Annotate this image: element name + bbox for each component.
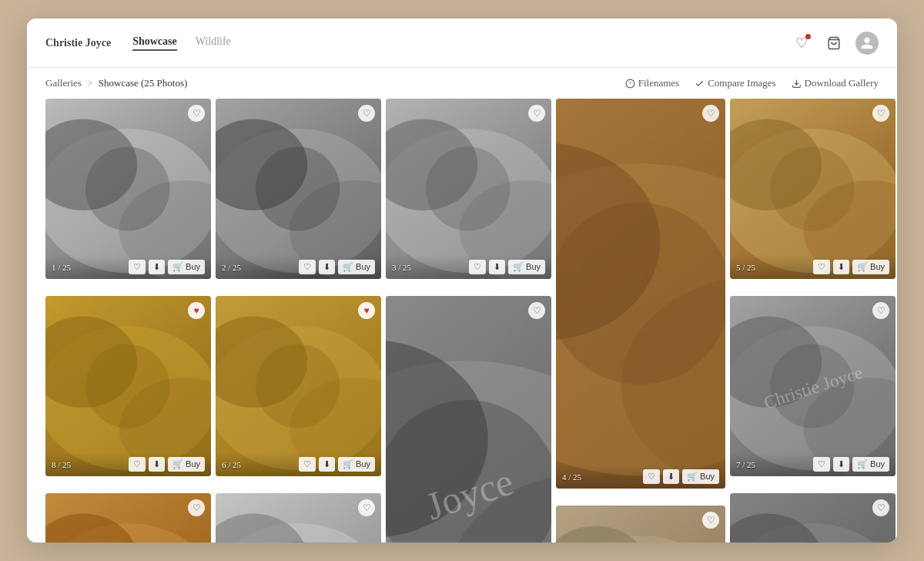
photo-number: 2 / 25 xyxy=(222,263,241,272)
favorite-action-button[interactable]: ♡ xyxy=(129,260,146,274)
photo-number: 3 / 25 xyxy=(392,263,411,272)
photo-actions: ♡ ⬇ 🛒 Buy xyxy=(299,457,375,472)
photo-card[interactable]: ♡ 3 / 25 ♡ ⬇ 🛒 Buy xyxy=(386,99,551,279)
favorite-action-button[interactable]: ♡ xyxy=(643,469,660,484)
like-button[interactable]: ♡ xyxy=(188,499,205,516)
photo-actions: ♡ ⬇ 🛒 Buy xyxy=(813,457,889,472)
photo-number: 5 / 25 xyxy=(736,263,755,272)
photo-card[interactable]: ♥ 6 / 25 ♡ ⬇ 🛒 Buy xyxy=(216,296,381,476)
photo-card[interactable]: ♡ 12 / 25 ♡ ⬇ 🛒 Buy xyxy=(556,506,725,543)
like-button[interactable]: ♥ xyxy=(188,302,205,319)
photo-card[interactable]: Christie Joyce ♡ 7 / 25 ♡ ⬇ 🛒 Buy xyxy=(730,296,896,476)
like-button[interactable]: ♡ xyxy=(528,302,545,319)
filenames-button[interactable]: Filenames xyxy=(625,77,679,89)
download-action-button[interactable]: ⬇ xyxy=(319,457,335,472)
nav-wildlife[interactable]: Wildlife xyxy=(196,35,231,51)
favorite-action-button[interactable]: ♡ xyxy=(813,260,830,274)
like-button[interactable]: ♡ xyxy=(358,499,375,516)
photo-actions: ♡ ⬇ 🛒 Buy xyxy=(129,457,205,472)
toolbar: Galleries > Showcase (25 Photos) Filenam… xyxy=(27,68,897,99)
photo-card[interactable]: ♡ 2 / 25 ♡ ⬇ 🛒 Buy xyxy=(216,99,381,279)
svg-point-34 xyxy=(85,344,169,428)
buy-action-button[interactable]: 🛒 Buy xyxy=(852,457,889,472)
photo-actions: ♡ ⬇ 🛒 Buy xyxy=(469,260,545,274)
download-action-button[interactable]: ⬇ xyxy=(663,469,679,484)
svg-point-39 xyxy=(256,344,340,428)
favorites-button[interactable]: ♡ xyxy=(791,32,812,54)
photo-card[interactable]: ♡ 1 / 25 ♡ ⬇ 🛒 Buy xyxy=(45,99,211,279)
photo-overlay: 1 / 25 ♡ ⬇ 🛒 Buy xyxy=(45,255,211,279)
photo-number: 1 / 25 xyxy=(52,263,71,272)
like-button[interactable]: ♡ xyxy=(528,105,545,122)
photo-number: 4 / 25 xyxy=(562,472,581,482)
like-button[interactable]: ♡ xyxy=(188,105,205,122)
like-button[interactable]: ♡ xyxy=(702,105,719,122)
photo-number: 8 / 25 xyxy=(52,460,71,469)
buy-action-button[interactable]: 🛒 Buy xyxy=(168,457,205,472)
breadcrumb-sep: > xyxy=(87,77,95,89)
photo-card[interactable]: Christie Joyce ♡ 11 / 25 ♡ ⬇ 🛒 Buy xyxy=(45,493,211,543)
buy-action-button[interactable]: 🛒 Buy xyxy=(682,469,719,484)
favorite-action-button[interactable]: ♡ xyxy=(129,457,146,472)
svg-point-14 xyxy=(256,146,340,230)
photo-actions: ♡ ⬇ 🛒 Buy xyxy=(643,469,719,484)
like-button[interactable]: ♥ xyxy=(358,302,375,319)
photo-overlay: 3 / 25 ♡ ⬇ 🛒 Buy xyxy=(386,255,551,279)
brand-name: Christie Joyce xyxy=(45,37,111,49)
breadcrumb-current: Showcase (25 Photos) xyxy=(99,77,188,89)
notification-dot xyxy=(805,34,811,39)
svg-point-9 xyxy=(85,146,169,230)
photo-number: 7 / 25 xyxy=(736,460,755,469)
photo-overlay: 7 / 25 ♡ ⬇ 🛒 Buy xyxy=(730,452,896,476)
nav-links: Showcase Wildlife xyxy=(132,35,791,51)
download-action-button[interactable]: ⬇ xyxy=(149,260,165,274)
user-avatar[interactable] xyxy=(855,32,879,55)
like-button[interactable]: ♡ xyxy=(872,499,889,516)
like-button[interactable]: ♡ xyxy=(872,302,889,319)
app-window: Christie Joyce Showcase Wildlife ♡ xyxy=(27,18,897,543)
compare-images-button[interactable]: Compare Images xyxy=(695,77,775,89)
buy-action-button[interactable]: 🛒 Buy xyxy=(508,260,545,274)
header: Christie Joyce Showcase Wildlife ♡ xyxy=(27,18,897,68)
like-button[interactable]: ♡ xyxy=(872,105,889,122)
favorite-action-button[interactable]: ♡ xyxy=(469,260,486,274)
favorite-action-button[interactable]: ♡ xyxy=(299,457,316,472)
photo-number: 6 / 25 xyxy=(222,460,241,469)
gallery-container[interactable]: ♡ 1 / 25 ♡ ⬇ 🛒 Buy xyxy=(27,99,897,543)
download-action-button[interactable]: ⬇ xyxy=(149,457,165,472)
photo-card[interactable]: ♥ 8 / 25 ♡ ⬇ 🛒 Buy xyxy=(45,296,211,476)
favorite-action-button[interactable]: ♡ xyxy=(299,260,316,274)
toolbar-actions: Filenames Compare Images Download Galler… xyxy=(625,77,879,89)
photo-overlay: 8 / 25 ♡ ⬇ 🛒 Buy xyxy=(45,452,211,476)
download-action-button[interactable]: ⬇ xyxy=(833,260,849,274)
photo-card[interactable]: Chna ♡ 13 / 25 ♡ ⬇ 🛒 Buy xyxy=(730,493,896,543)
like-button[interactable]: ♡ xyxy=(358,105,375,122)
cart-button[interactable] xyxy=(823,32,845,54)
masonry-grid: ♡ 1 / 25 ♡ ⬇ 🛒 Buy xyxy=(45,99,879,543)
photo-overlay: 6 / 25 ♡ ⬇ 🛒 Buy xyxy=(216,452,381,476)
header-icons: ♡ xyxy=(791,32,879,55)
breadcrumb: Galleries > Showcase (25 Photos) xyxy=(45,77,187,89)
svg-point-29 xyxy=(770,146,854,230)
photo-card[interactable]: ♡ 5 / 25 ♡ ⬇ 🛒 Buy xyxy=(730,99,896,279)
photo-card[interactable]: Joyce ♡ 9 / 25 ♡ ⬇ 🛒 Buy xyxy=(386,296,551,543)
buy-action-button[interactable]: 🛒 Buy xyxy=(338,457,375,472)
breadcrumb-galleries[interactable]: Galleries xyxy=(45,77,82,89)
photo-actions: ♡ ⬇ 🛒 Buy xyxy=(129,260,205,274)
photo-card[interactable]: ♡ 4 / 25 ♡ ⬇ 🛒 Buy xyxy=(556,99,725,489)
download-action-button[interactable]: ⬇ xyxy=(319,260,335,274)
buy-action-button[interactable]: 🛒 Buy xyxy=(852,260,889,274)
favorite-action-button[interactable]: ♡ xyxy=(813,457,830,472)
download-action-button[interactable]: ⬇ xyxy=(489,260,505,274)
svg-point-24 xyxy=(556,203,725,385)
photo-actions: ♡ ⬇ 🛒 Buy xyxy=(299,260,375,274)
svg-point-19 xyxy=(426,146,510,230)
photo-actions: ♡ ⬇ 🛒 Buy xyxy=(813,260,889,274)
buy-action-button[interactable]: 🛒 Buy xyxy=(338,260,375,274)
download-action-button[interactable]: ⬇ xyxy=(833,457,849,472)
photo-card[interactable]: Joyce ♡ 10 / 25 ♡ ⬇ 🛒 Buy xyxy=(216,493,381,543)
download-gallery-button[interactable]: Download Gallery xyxy=(792,77,879,89)
buy-action-button[interactable]: 🛒 Buy xyxy=(168,260,205,274)
nav-showcase[interactable]: Showcase xyxy=(132,35,177,51)
like-button[interactable]: ♡ xyxy=(702,512,719,529)
